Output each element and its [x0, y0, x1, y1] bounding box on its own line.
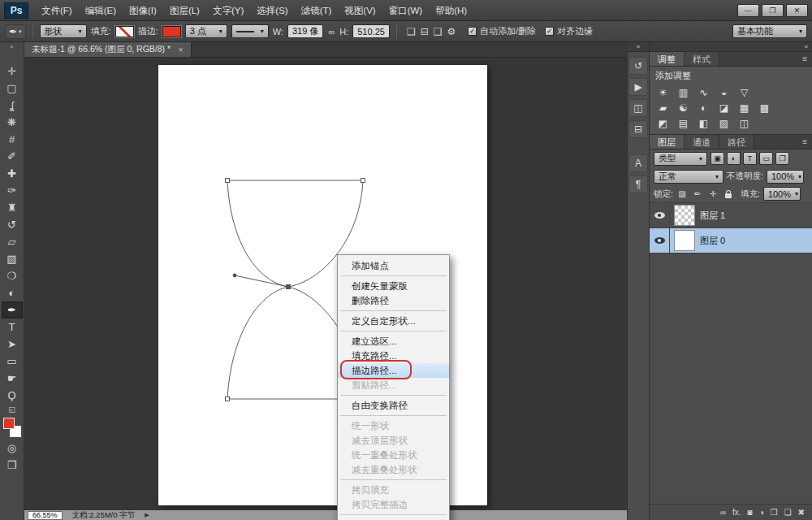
adjustment-levels-icon[interactable]: ▥	[675, 85, 692, 99]
adjustment-selective-color-icon[interactable]: ◫	[736, 116, 753, 130]
adjustment-color-lookup-icon[interactable]: ▩	[756, 101, 773, 115]
opacity-select[interactable]: 100%	[767, 170, 804, 184]
character-panel-icon[interactable]: A	[628, 154, 648, 172]
zoom-level-field[interactable]: 66.55%	[28, 511, 63, 520]
tool-preset-dropdown[interactable]: ✒	[5, 24, 26, 39]
visibility-toggle[interactable]	[650, 203, 670, 228]
context-menu-item[interactable]: 添加锚点	[338, 258, 449, 273]
foreground-color-swatch[interactable]	[3, 418, 15, 429]
crop-tool[interactable]: #	[2, 131, 23, 148]
width-field[interactable]: 319 像	[287, 24, 323, 38]
actions-panel-icon[interactable]: ▶	[628, 78, 648, 96]
marquee-tool[interactable]: ▢	[2, 80, 23, 97]
zoom-tool[interactable]: Ϙ	[2, 387, 23, 404]
menubar-item[interactable]: 文字(Y)	[206, 0, 250, 21]
adjustment-black-white-icon[interactable]: ◐	[695, 101, 712, 115]
document-tab[interactable]: 未标题-1 @ 66.6% (图层 0, RGB/8) * ×	[24, 42, 192, 57]
menubar-item[interactable]: 图像(I)	[123, 0, 163, 21]
stroke-type-select[interactable]	[231, 24, 269, 38]
tab-close-icon[interactable]: ×	[178, 45, 183, 54]
layer-thumbnail[interactable]	[674, 205, 695, 226]
filter-shape-layers-icon[interactable]: ▭	[759, 152, 773, 165]
pen-tool[interactable]: ✒	[2, 301, 23, 318]
lock-transparency-icon[interactable]: ▨	[676, 188, 688, 200]
menubar-item[interactable]: 视图(V)	[338, 0, 382, 21]
filter-adjustment-layers-icon[interactable]: ◐	[727, 152, 741, 165]
tab-layers[interactable]: 图层	[650, 135, 685, 149]
layer-row[interactable]: 图层 0	[650, 228, 812, 254]
menubar-item[interactable]: 文件(F)	[35, 0, 79, 21]
adjustment-color-balance-icon[interactable]: ☯	[675, 101, 692, 115]
clone-stamp-tool[interactable]: ♜	[2, 199, 23, 216]
quick-mask-button[interactable]: ◎	[2, 440, 23, 457]
filter-pixel-layers-icon[interactable]: ▣	[710, 152, 724, 165]
fill-select[interactable]: 100%	[763, 187, 801, 201]
adjustment-invert-icon[interactable]: ◩	[654, 116, 672, 130]
dock-expand-button[interactable]: «	[628, 42, 649, 52]
adjustment-brightness-contrast-icon[interactable]: ☀	[654, 85, 672, 99]
status-flyout-icon[interactable]: ▶	[145, 512, 149, 518]
context-menu-item[interactable]: 自由变换路径	[338, 398, 449, 413]
menubar-item[interactable]: 帮助(H)	[429, 0, 473, 21]
menubar-item[interactable]: 窗口(W)	[382, 0, 430, 21]
delete-layer-icon[interactable]: ✖	[798, 508, 805, 517]
layer-filter-select[interactable]: 类型	[654, 152, 707, 166]
context-menu-item[interactable]: 描边路径...	[338, 363, 449, 378]
blend-mode-select[interactable]: 正常	[654, 170, 723, 184]
link-dimensions-icon[interactable]: ∞	[327, 27, 335, 37]
layer-thumbnail[interactable]	[674, 230, 695, 251]
context-menu-item[interactable]: 定义自定形状...	[338, 314, 449, 328]
adjustment-hue-saturation-icon[interactable]: ▰	[654, 101, 672, 115]
color-swatches[interactable]	[3, 418, 21, 437]
path-arrangement-icon[interactable]: ❑	[434, 26, 443, 37]
align-edges-checkbox[interactable]: 对齐边缘	[545, 25, 593, 37]
histogram-panel-icon[interactable]: ⊟	[628, 120, 648, 138]
adjustment-threshold-icon[interactable]: ◧	[695, 116, 712, 130]
minimize-button[interactable]: —	[737, 4, 759, 17]
tool-mode-select[interactable]: 形状	[40, 24, 87, 38]
path-selection-tool[interactable]: ➤	[2, 336, 23, 353]
adjustment-posterize-icon[interactable]: ▤	[675, 116, 692, 130]
screen-mode-button[interactable]: ❐	[2, 457, 23, 474]
paragraph-panel-icon[interactable]: ¶	[628, 176, 648, 193]
auto-add-checkbox[interactable]: 自动添加/删除	[468, 25, 536, 37]
gradient-tool[interactable]: ▧	[2, 250, 23, 267]
healing-brush-tool[interactable]: ✚	[2, 165, 23, 182]
stroke-width-select[interactable]: 3 点	[185, 24, 227, 38]
eraser-tool[interactable]: ▱	[2, 233, 23, 250]
filter-smart-objects-icon[interactable]: ❒	[775, 152, 789, 165]
info-panel-icon[interactable]: ◫	[628, 99, 648, 117]
tab-styles[interactable]: 样式	[685, 52, 719, 66]
workspace-select[interactable]: 基本功能	[732, 24, 807, 38]
lock-pixels-icon[interactable]: ✏	[692, 188, 703, 200]
lock-position-icon[interactable]: ✛	[707, 188, 719, 200]
context-menu-item[interactable]: 创建矢量蒙版	[338, 279, 449, 293]
tab-channels[interactable]: 通道	[685, 135, 719, 149]
new-adjustment-layer-icon[interactable]: ◑	[759, 508, 764, 517]
adjustment-photo-filter-icon[interactable]: ◪	[715, 101, 732, 115]
new-group-icon[interactable]: ❒	[771, 508, 778, 517]
close-button[interactable]: ✕	[786, 4, 808, 17]
context-menu-item[interactable]: 建立选区...	[338, 334, 449, 349]
history-panel-icon[interactable]: ↺	[628, 57, 648, 75]
adjustment-exposure-icon[interactable]: ◒	[715, 85, 732, 99]
quick-selection-tool[interactable]: ❋	[2, 114, 23, 131]
type-tool[interactable]: T	[2, 318, 23, 336]
adjustment-vibrance-icon[interactable]: ▽	[736, 85, 753, 99]
adjustment-gradient-map-icon[interactable]: ▨	[715, 116, 732, 130]
canvas-area[interactable]	[24, 58, 627, 510]
height-field[interactable]: 510.25	[352, 24, 390, 38]
new-layer-icon[interactable]: ❏	[784, 508, 792, 517]
tab-adjustments[interactable]: 调整	[650, 52, 685, 66]
fill-color-swatch[interactable]	[115, 26, 134, 37]
path-alignment-icon[interactable]: ⊟	[421, 26, 429, 37]
stroke-color-swatch[interactable]	[162, 26, 181, 37]
toolbar-collapse-button[interactable]: «	[11, 42, 14, 52]
dodge-tool[interactable]: ◐	[2, 284, 23, 301]
eyedropper-tool[interactable]: ✐	[2, 148, 23, 165]
context-menu-item[interactable]: 删除路径	[338, 293, 449, 308]
context-menu-item[interactable]: 填充路径...	[338, 349, 449, 363]
restore-button[interactable]: ❐	[762, 4, 784, 17]
path-operations-icon[interactable]: ❏	[407, 26, 416, 37]
shape-tool[interactable]: ▭	[2, 353, 23, 370]
